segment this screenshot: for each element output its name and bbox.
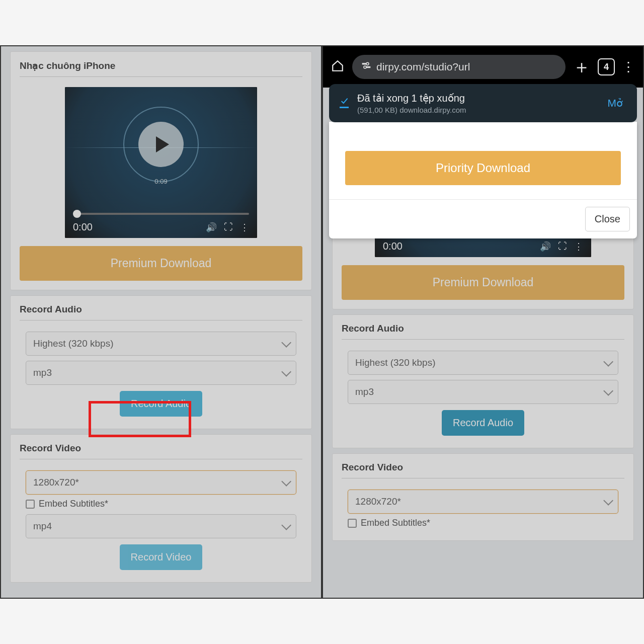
audio-format-select[interactable]: mp3 — [26, 361, 296, 385]
video-res-select[interactable]: 1280x720* — [348, 490, 618, 514]
video-res-select[interactable]: 1280x720* — [26, 470, 296, 495]
kebab-icon[interactable]: ⋮ — [574, 241, 583, 252]
record-audio-button[interactable]: Record Audio — [442, 410, 524, 436]
audio-format-select[interactable]: mp3 — [348, 380, 618, 404]
svg-rect-0 — [363, 63, 366, 64]
record-video-button[interactable]: Record Video — [120, 544, 203, 570]
url-text: dirpy.com/studio?url — [376, 61, 470, 73]
video-duration: 0:09 — [154, 178, 167, 185]
svg-point-2 — [366, 62, 369, 65]
premium-download-button[interactable]: Premium Download — [20, 246, 302, 281]
menu-icon[interactable]: ⋮ — [622, 59, 636, 75]
record-audio-card: Record Audio Highest (320 kbps) mp3 Reco… — [332, 314, 634, 448]
browser-top-bar: dirpy.com/studio?url ＋ 4 ⋮ — [323, 46, 643, 88]
tabs-count-badge[interactable]: 4 — [598, 58, 615, 75]
url-bar[interactable]: dirpy.com/studio?url — [352, 55, 566, 79]
audio-quality-select[interactable]: Highest (320 kbps) — [26, 332, 296, 356]
chevron-down-icon — [281, 520, 291, 530]
site-settings-icon[interactable] — [361, 61, 371, 73]
progress-bar[interactable] — [73, 213, 249, 215]
checkbox-icon — [26, 500, 35, 509]
play-icon[interactable] — [138, 122, 184, 167]
video-title: Nhạc chuông iPhone — [20, 60, 302, 77]
volume-icon[interactable]: 🔊 — [206, 222, 217, 233]
checkbox-icon — [348, 519, 357, 528]
chevron-down-icon — [603, 496, 613, 506]
record-video-card: Record Video 1280x720* Embed Subtitles* — [332, 453, 634, 541]
record-video-title: Record Video — [342, 462, 624, 478]
new-tab-icon[interactable]: ＋ — [573, 55, 591, 79]
volume-icon[interactable]: 🔊 — [540, 241, 551, 252]
close-button[interactable]: Close — [585, 207, 630, 231]
record-audio-button[interactable]: Record Audio — [120, 391, 202, 417]
chevron-down-icon — [281, 367, 291, 377]
priority-download-button[interactable]: Priority Download — [345, 151, 621, 185]
time-elapsed: 0:00 — [73, 221, 93, 233]
kebab-icon[interactable]: ⋮ — [240, 222, 249, 233]
record-audio-title: Record Audio — [20, 304, 302, 320]
premium-download-button[interactable]: Premium Download — [342, 265, 624, 300]
home-icon[interactable] — [330, 59, 345, 74]
fullscreen-icon[interactable]: ⛶ — [558, 241, 567, 252]
chevron-down-icon — [603, 386, 613, 396]
fullscreen-icon[interactable]: ⛶ — [224, 222, 233, 232]
audio-quality-select[interactable]: Highest (320 kbps) — [348, 351, 618, 375]
time-elapsed: 0:00 — [383, 240, 403, 252]
embed-subs-checkbox[interactable]: Embed Subtitles* — [348, 518, 618, 528]
record-audio-title: Record Audio — [342, 323, 624, 340]
download-modal: Priority Download Close — [329, 122, 637, 238]
svg-point-3 — [364, 66, 366, 68]
video-format-select[interactable]: mp4 — [26, 514, 296, 538]
record-video-card: Record Video 1280x720* Embed Subtitles* … — [10, 434, 312, 583]
video-player[interactable]: 0:09 0:00 🔊 ⛶ ⋮ — [65, 87, 257, 238]
download-toast: Đã tải xong 1 tệp xuống (591,00 KB) down… — [329, 84, 637, 122]
svg-rect-1 — [367, 66, 370, 67]
record-video-title: Record Video — [20, 443, 302, 459]
toast-open-button[interactable]: Mở — [603, 93, 628, 113]
chevron-down-icon — [603, 357, 613, 367]
check-icon — [338, 97, 350, 109]
chevron-down-icon — [281, 476, 291, 487]
record-audio-card: Record Audio Highest (320 kbps) mp3 Reco… — [10, 295, 312, 429]
chevron-down-icon — [281, 338, 291, 348]
embed-subs-checkbox[interactable]: Embed Subtitles* — [26, 499, 296, 509]
toast-subtitle: (591,00 KB) download.dirpy.com — [357, 106, 596, 114]
video-card: Nhạc chuông iPhone 0:09 0:00 🔊 ⛶ ⋮ Premi… — [10, 51, 312, 290]
toast-title: Đã tải xong 1 tệp xuống — [357, 92, 596, 104]
